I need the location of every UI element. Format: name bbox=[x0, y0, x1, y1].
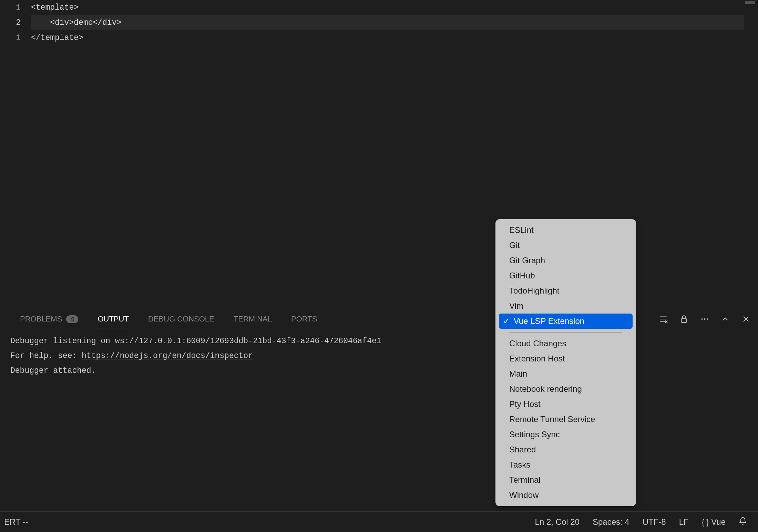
dropdown-item-main[interactable]: Main bbox=[499, 366, 633, 381]
code-line[interactable]: <template> bbox=[31, 3, 79, 12]
panel-area: PROBLEMS 4 OUTPUT DEBUG CONSOLE TERMINAL… bbox=[0, 307, 758, 505]
vim-mode[interactable]: ERT -- bbox=[1, 517, 31, 526]
dropdown-item-terminal[interactable]: Terminal bbox=[499, 472, 633, 488]
tab-debug-console-label: DEBUG CONSOLE bbox=[148, 315, 214, 324]
dropdown-item-cloud-changes[interactable]: Cloud Changes bbox=[499, 336, 633, 351]
svg-point-6 bbox=[701, 318, 703, 320]
status-right: Ln 2, Col 20 Spaces: 4 UTF-8 LF { } Vue bbox=[532, 517, 758, 527]
filter-icon[interactable] bbox=[658, 314, 668, 324]
line-gutter: 1 2 1 bbox=[0, 0, 31, 307]
svg-point-7 bbox=[704, 318, 705, 320]
svg-rect-5 bbox=[681, 319, 686, 323]
tab-terminal[interactable]: TERMINAL bbox=[224, 307, 281, 331]
dropdown-item-vue-lsp[interactable]: Vue LSP Extension bbox=[499, 314, 633, 329]
dropdown-item-notebook[interactable]: Notebook rendering bbox=[499, 381, 633, 397]
dropdown-item-github[interactable]: GitHub bbox=[499, 268, 633, 283]
panel-tabs: PROBLEMS 4 OUTPUT DEBUG CONSOLE TERMINAL… bbox=[0, 307, 758, 331]
dropdown-item-tasks[interactable]: Tasks bbox=[499, 457, 633, 472]
dropdown-item-pty-host[interactable]: Pty Host bbox=[499, 397, 633, 412]
bell-icon[interactable] bbox=[736, 517, 750, 527]
language-mode[interactable]: { } Vue bbox=[699, 517, 728, 527]
indentation[interactable]: Spaces: 4 bbox=[590, 517, 632, 527]
tab-debug-console[interactable]: DEBUG CONSOLE bbox=[139, 307, 224, 331]
output-line: Debugger attached. bbox=[10, 364, 748, 378]
line-number: 2 bbox=[0, 15, 21, 30]
more-icon[interactable] bbox=[699, 314, 710, 324]
close-icon[interactable] bbox=[741, 314, 751, 324]
dropdown-item-vim[interactable]: Vim bbox=[499, 298, 633, 314]
output-text: For help, see: bbox=[10, 351, 82, 360]
line-number: 1 bbox=[0, 0, 21, 15]
dropdown-item-gitgraph[interactable]: Git Graph bbox=[499, 253, 633, 268]
dropdown-item-settings-sync[interactable]: Settings Sync bbox=[499, 427, 633, 442]
lock-icon[interactable] bbox=[679, 314, 689, 324]
chevron-up-icon[interactable] bbox=[720, 314, 730, 324]
status-left: ERT -- bbox=[0, 517, 532, 527]
dropdown-item-todohighlight[interactable]: TodoHighlight bbox=[499, 283, 633, 298]
dropdown-item-remote-tunnel[interactable]: Remote Tunnel Service bbox=[499, 412, 633, 427]
language-label: Vue bbox=[711, 517, 726, 526]
output-link[interactable]: https://nodejs.org/en/docs/inspector bbox=[82, 351, 253, 360]
dropdown-item-window[interactable]: Window bbox=[499, 488, 633, 503]
dropdown-item-shared[interactable]: Shared bbox=[499, 442, 633, 457]
tab-ports[interactable]: PORTS bbox=[281, 307, 327, 331]
dropdown-divider bbox=[509, 332, 622, 332]
encoding[interactable]: UTF-8 bbox=[640, 517, 669, 527]
editor-area[interactable]: 1 2 1 <template> <div>demo</div> </templ… bbox=[0, 0, 758, 307]
tab-problems-label: PROBLEMS bbox=[20, 315, 62, 324]
current-line-highlight bbox=[31, 15, 744, 30]
code-line[interactable]: <div>demo</div> bbox=[31, 18, 121, 27]
tab-output-label: OUTPUT bbox=[98, 315, 129, 324]
dropdown-item-eslint[interactable]: ESLint bbox=[499, 223, 633, 238]
line-number: 1 bbox=[0, 30, 21, 45]
svg-point-8 bbox=[707, 318, 708, 320]
dropdown-item-git[interactable]: Git bbox=[499, 238, 633, 253]
dropdown-item-extension-host[interactable]: Extension Host bbox=[499, 351, 633, 366]
tab-terminal-label: TERMINAL bbox=[234, 315, 272, 324]
minimap-content bbox=[745, 1, 755, 4]
code-line[interactable]: </template> bbox=[31, 33, 83, 42]
tab-output[interactable]: OUTPUT bbox=[88, 307, 138, 331]
braces-icon: { } bbox=[702, 518, 709, 526]
problems-badge: 4 bbox=[66, 315, 78, 323]
output-line: Debugger listening on ws://127.0.0.1:600… bbox=[10, 334, 748, 349]
tab-ports-label: PORTS bbox=[291, 315, 317, 324]
panel-toolbar bbox=[658, 314, 751, 324]
code-content[interactable]: <template> <div>demo</div> </template> bbox=[31, 0, 758, 307]
cursor-position[interactable]: Ln 2, Col 20 bbox=[532, 517, 582, 527]
output-channel-dropdown[interactable]: ESLint Git Git Graph GitHub TodoHighligh… bbox=[495, 219, 636, 506]
minimap[interactable] bbox=[742, 0, 758, 307]
status-bar: ERT -- Ln 2, Col 20 Spaces: 4 UTF-8 LF {… bbox=[0, 511, 758, 532]
tab-problems[interactable]: PROBLEMS 4 bbox=[10, 307, 88, 331]
output-content[interactable]: Debugger listening on ws://127.0.0.1:600… bbox=[0, 331, 758, 381]
output-line: For help, see: https://nodejs.org/en/doc… bbox=[10, 349, 748, 364]
eol[interactable]: LF bbox=[676, 517, 692, 527]
